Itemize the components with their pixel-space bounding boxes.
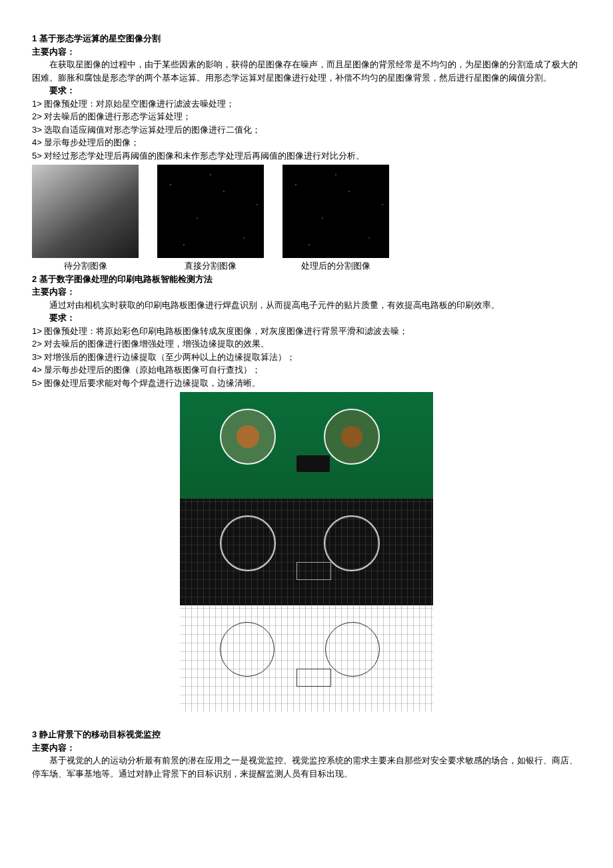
pcb-traces-icon [180, 499, 433, 605]
section2-req-1: 1> 图像预处理：将原始彩色印刷电路板图像转成灰度图像，对灰度图像进行背景平滑和… [32, 325, 581, 338]
spacer [32, 712, 581, 728]
pcb-edge-image-1 [180, 499, 433, 605]
pcb-chip-outline-icon [297, 562, 331, 580]
section2-req-3: 3> 对增强后的图像进行边缘提取（至少两种以上的边缘提取算法）； [32, 351, 581, 364]
section3-content: 基于视觉的人的运动分析最有前景的潜在应用之一是视觉监控。视觉监控系统的需求主要来… [32, 754, 581, 780]
section1-title: 1 基于形态学运算的星空图像分割 [32, 32, 581, 45]
section1-img3-col: 处理后的分割图像 [283, 165, 389, 273]
section1-req-2: 2> 对去噪后的图像进行形态学运算处理； [32, 110, 581, 123]
star-direct-seg-image [157, 165, 264, 258]
pcb-edge-image-2 [180, 605, 433, 712]
section2-req-label: 要求： [32, 311, 581, 325]
section1-caption-3: 处理后的分割图像 [283, 259, 389, 273]
section1-caption-2: 直接分割图像 [157, 259, 264, 273]
section2-content-label: 主要内容： [32, 285, 581, 299]
section3-content-label: 主要内容： [32, 741, 581, 755]
section2-content: 通过对由相机实时获取的印刷电路板图像进行焊盘识别，从而提高电子元件的贴片质量，有… [32, 299, 581, 312]
section2-title: 2 基于数字图像处理的印刷电路板智能检测方法 [32, 273, 581, 286]
section3-title: 3 静止背景下的移动目标视觉监控 [32, 728, 581, 741]
section1-img1-col: 待分割图像 [32, 165, 139, 273]
section1-req-label: 要求： [32, 84, 581, 97]
section1-content-label: 主要内容： [32, 45, 581, 59]
pcb-color-image [180, 392, 433, 499]
section1-req-3: 3> 选取自适应阈值对形态学运算处理后的图像进行二值化； [32, 123, 581, 137]
section1-req-5: 5> 对经过形态学处理后再阈值的图像和未作形态学处理后再阈值的图像进行对比分析。 [32, 149, 581, 163]
pcb-traces2-icon [180, 605, 433, 712]
section1-image-row: 待分割图像 直接分割图像 处理后的分割图像 [32, 165, 581, 273]
section1-img2-col: 直接分割图像 [157, 165, 264, 273]
section2-req-5: 5> 图像处理后要求能对每个焊盘进行边缘提取，边缘清晰。 [32, 377, 581, 390]
section1-content: 在获取星图像的过程中，由于某些因素的影响，获得的星图像存在噪声，而且星图像的背景… [32, 58, 581, 84]
section1-req-4: 4> 显示每步处理后的图像； [32, 136, 581, 149]
section2-req-4: 4> 显示每步处理后的图像（原始电路板图像可自行查找）； [32, 363, 581, 377]
section1-req-1: 1> 图像预处理：对原始星空图像进行滤波去噪处理； [32, 97, 581, 111]
pcb-chip-outline2-icon [297, 669, 331, 687]
star-original-image [32, 165, 139, 258]
pcb-image-container [180, 392, 433, 712]
section2-req-2: 2> 对去噪后的图像进行图像增强处理，增强边缘提取的效果。 [32, 337, 581, 351]
pcb-chip-icon [297, 455, 330, 472]
section1-caption-1: 待分割图像 [32, 259, 139, 273]
star-processed-seg-image [283, 165, 389, 258]
